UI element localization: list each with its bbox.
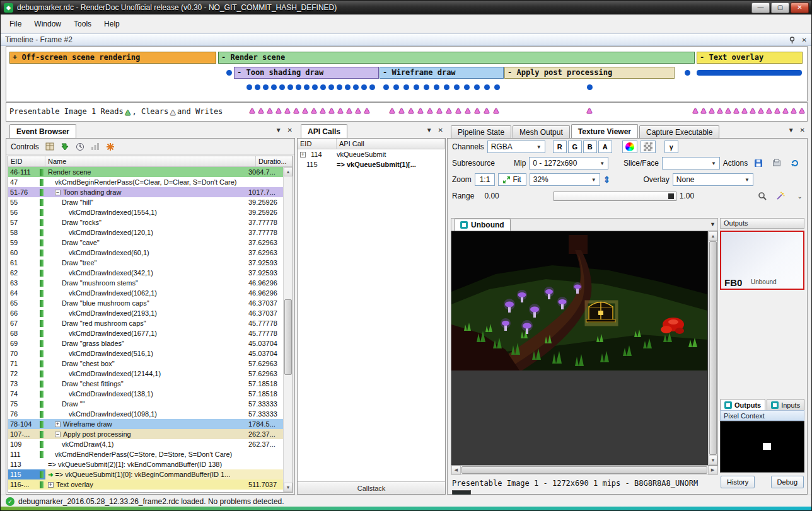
texture-tab-unbound[interactable]: Unbound (454, 219, 511, 231)
tab-mesh-output[interactable]: Mesh Output (513, 125, 570, 138)
event-row[interactable]: 46-111Render scene3064.7... (8, 167, 283, 177)
callstack-section[interactable]: Callstack (298, 481, 445, 494)
tab-event-browser[interactable]: Event Browser (9, 124, 76, 138)
column-duration[interactable]: Duratio... (256, 156, 293, 166)
timeline-event-dot[interactable] (246, 84, 252, 90)
event-row[interactable]: 107-...−Apply post processing262.37... (8, 429, 283, 439)
timeline-event-dot[interactable] (312, 84, 318, 90)
mip-dropdown[interactable]: 0 - 1272x690▼ (529, 157, 608, 169)
channel-r-button[interactable]: R (553, 141, 567, 153)
panel-close-icon[interactable]: ✕ (287, 127, 293, 134)
timeline-event-dot[interactable] (464, 84, 470, 90)
tab-inputs[interactable]: Inputs (767, 399, 804, 410)
tab-api-calls[interactable]: API Calls (301, 124, 347, 138)
scroll-down-icon[interactable]: ▼ (284, 483, 293, 492)
column-api-call[interactable]: API Call (337, 139, 445, 149)
timeline-event-dot[interactable] (296, 84, 301, 90)
event-row[interactable]: 68vkCmdDrawIndexed(1677,1)45.77778 (8, 328, 283, 338)
timeline-event-dot[interactable] (279, 84, 285, 90)
timeline-event-dot[interactable] (403, 84, 409, 90)
event-row[interactable]: 67Draw "red mushroom caps"45.77778 (8, 318, 283, 328)
timeline-event-dot[interactable] (383, 84, 389, 90)
texture-display[interactable]: ▲ ▼ (451, 231, 718, 466)
event-row[interactable]: 60vkCmdDrawIndexed(60,1)37.62963 (8, 248, 283, 258)
event-row[interactable]: 59Draw "cave"37.62963 (8, 238, 283, 248)
channel-b-button[interactable]: B (583, 141, 597, 153)
event-row[interactable]: 70vkCmdDrawIndexed(516,1)45.03704 (8, 348, 283, 359)
event-row[interactable]: 55Draw "hill"39.25926 (8, 197, 283, 207)
event-row[interactable]: 61Draw "tree"37.92593 (8, 258, 283, 268)
tree-expander-icon[interactable]: + (48, 482, 54, 488)
timeline-event-dot[interactable] (271, 84, 277, 90)
event-row[interactable]: 75Draw ""57.33333 (8, 399, 283, 409)
tab-pipeline-state[interactable]: Pipeline State (451, 125, 511, 138)
event-row[interactable]: 58vkCmdDrawIndexed(120,1)37.77778 (8, 227, 283, 238)
timeline-event-dot[interactable] (444, 84, 450, 90)
event-row[interactable]: 71Draw "chest box"57.62963 (8, 359, 283, 369)
api-call-row[interactable]: 115=> vkQueueSubmit(1)[... (298, 159, 445, 169)
event-row[interactable]: 115➜=> vkQueueSubmit(1)[0]: vkBeginComma… (8, 469, 283, 479)
event-row[interactable]: 116-...+Text overlay511.7037 (8, 479, 283, 490)
autofit-wand-icon[interactable] (773, 190, 788, 202)
zoom-dropdown[interactable]: 32%▼ (530, 173, 600, 186)
event-row[interactable]: 63Draw "mushroom stems"46.96296 (8, 278, 283, 288)
event-browser-scrollbar[interactable]: ▲ ▼ (283, 167, 293, 492)
range-slider[interactable] (554, 192, 676, 201)
timeline-event-dot[interactable] (454, 84, 460, 90)
timeline-event-dot[interactable] (361, 84, 367, 90)
texture-image[interactable] (451, 231, 707, 370)
event-row[interactable]: 76vkCmdDrawIndexed(1098,1)57.33333 (8, 409, 283, 419)
timeline-event-dot[interactable] (320, 84, 326, 90)
tree-expander-icon[interactable]: − (55, 432, 61, 437)
column-eid[interactable]: EID (8, 156, 45, 166)
toolbar-overflow-icon[interactable]: ⌄ (798, 193, 803, 200)
flip-y-icon[interactable]: ⇕ (603, 175, 611, 185)
timeline-event-dot[interactable] (304, 84, 310, 90)
channels-dropdown[interactable]: RGBA▼ (487, 141, 545, 153)
timeline-section[interactable]: - Wireframe draw (380, 67, 504, 79)
settings-grid-icon[interactable] (45, 142, 54, 151)
channel-g-button[interactable]: G (568, 141, 582, 153)
timeline-body[interactable]: + Off-screen scene rendering- Render sce… (6, 46, 808, 101)
save-icon[interactable] (751, 157, 766, 169)
scroll-up-icon[interactable]: ▲ (284, 167, 293, 176)
panel-menu-icon[interactable]: ▼ (276, 127, 282, 134)
debug-button[interactable]: Debug (771, 476, 804, 488)
jump-to-eid-icon[interactable] (61, 142, 69, 151)
history-button[interactable]: History (721, 476, 755, 488)
timeline-event-dot[interactable] (337, 84, 342, 90)
timeline-event-dot[interactable] (328, 84, 334, 90)
timeline-event-dot[interactable] (424, 84, 429, 90)
panel-close-icon[interactable]: ✕ (800, 127, 805, 134)
minimize-button[interactable]: — (751, 3, 770, 13)
texture-list-chevron-icon[interactable]: ▼ (710, 221, 716, 227)
timeline-event-dot[interactable] (369, 84, 375, 90)
texture-vertical-scrollbar[interactable]: ▲ ▼ (708, 231, 717, 465)
event-row[interactable]: 66vkCmdDrawIndexed(2193,1)46.37037 (8, 308, 283, 318)
menu-help[interactable]: Help (98, 16, 126, 32)
bookmark-icon[interactable] (106, 142, 115, 151)
event-row[interactable]: 72vkCmdDrawIndexed(12144,1)57.62963 (8, 369, 283, 379)
zoom-1to1-button[interactable]: 1:1 (475, 173, 496, 186)
tree-expander-icon[interactable]: + (55, 422, 61, 427)
gamma-button[interactable]: γ (664, 141, 678, 153)
controls-label[interactable]: Controls (11, 142, 39, 151)
event-row[interactable]: 57Draw "rocks"37.77778 (8, 217, 283, 227)
zoom-range-icon[interactable] (755, 190, 770, 202)
panel-menu-icon[interactable]: ▼ (788, 127, 794, 134)
overlay-dropdown[interactable]: None▼ (673, 173, 753, 186)
time-draws-icon[interactable] (76, 142, 84, 151)
timeline-event-dot[interactable] (414, 84, 419, 90)
panel-menu-icon[interactable]: ▼ (426, 127, 432, 134)
panel-close-icon[interactable]: ✕ (438, 127, 443, 134)
pin-icon[interactable] (789, 37, 796, 43)
pixel-context-view[interactable] (720, 421, 804, 473)
fb0-thumbnail[interactable]: FB0 Unbound (720, 231, 804, 290)
timeline-event-dot[interactable] (685, 70, 690, 76)
event-row[interactable]: 73Draw "chest fittings"57.18518 (8, 379, 283, 389)
event-row[interactable]: 111vkCmdEndRenderPass(C=Store, D=Store, … (8, 449, 283, 459)
timeline-event-dot[interactable] (484, 84, 490, 90)
sliceface-dropdown[interactable]: ▼ (662, 157, 720, 169)
channel-a-button[interactable]: A (598, 141, 612, 153)
event-row[interactable]: 69Draw "grass blades"45.03704 (8, 338, 283, 348)
